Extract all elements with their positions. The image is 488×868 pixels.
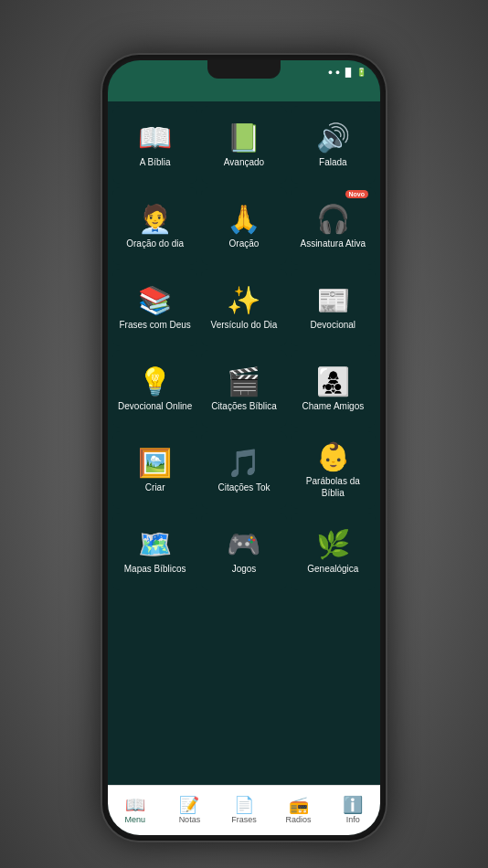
nav-info-icon: ℹ️ [343,797,363,813]
falada-label: Falada [319,156,347,168]
avancado-label: Avançado [224,156,264,168]
oracao-icon: 🙏 [227,206,260,233]
grid-item-genealogica[interactable]: 🌿Genealógica [291,513,376,590]
versiculo-dia-icon: ✨ [227,287,260,314]
bottom-nav: 📖Menu📝Notas📄Frases📻Radiosℹ️Info [108,785,380,835]
oracao-dia-icon: 🧑‍💼 [138,206,172,233]
grid-item-chame-amigos[interactable]: 👩‍👧‍👦Chame Amigos [291,350,376,428]
phone-screen: ● ● ▐▌ 🔋 📖A Bíblia📗Avançado🔊Falada🧑‍💼Ora… [108,60,380,835]
parabolas-icon: 👶 [316,443,350,471]
nav-item-info[interactable]: ℹ️Info [325,786,380,835]
jogos-label: Jogos [232,563,257,575]
genealogica-label: Genealógica [307,563,358,575]
biblia-icon: 📖 [138,124,172,152]
nav-item-notas[interactable]: 📝Notas [163,786,217,835]
mapas-label: Mapas Bíblicos [124,563,186,575]
nav-notas-icon: 📝 [179,797,199,813]
nav-radios-label: Radios [286,815,312,824]
grid-item-biblia[interactable]: 📖A Bíblia [112,106,197,184]
app-header [108,83,380,101]
citacoes-biblica-label: Citações Bíblica [211,400,277,412]
grid-item-oracao-dia[interactable]: 🧑‍💼Oração do dia [112,187,197,265]
grid-item-avancado[interactable]: 📗Avançado [201,106,286,184]
parabolas-label: Parábolas da Bíblia [295,475,371,499]
nav-radios-icon: 📻 [289,797,309,813]
falada-icon: 🔊 [316,124,350,152]
chame-amigos-label: Chame Amigos [302,400,364,412]
avancado-icon: 📗 [227,124,260,152]
phone-notch [207,60,281,79]
chame-amigos-icon: 👩‍👧‍👦 [316,368,350,396]
versiculo-dia-label: Versículo do Dia [211,319,278,331]
grid-item-jogos[interactable]: 🎮Jogos [201,513,286,590]
biblia-label: A Bíblia [140,156,171,168]
devocional-label: Devocional [311,319,355,331]
grid-item-falada[interactable]: 🔊Falada [291,106,376,184]
nav-notas-label: Notas [179,815,201,824]
nav-frases-icon: 📄 [234,797,254,813]
grid-item-oracao[interactable]: 🙏Oração [201,187,286,265]
grid-item-citacoes-tok[interactable]: 🎵Citações Tok [201,431,286,509]
grid-item-frases-deus[interactable]: 📚Frases com Deus [112,269,197,346]
jogos-icon: 🎮 [227,531,260,558]
devocional-online-label: Devocional Online [118,400,192,412]
citacoes-biblica-icon: 🎬 [227,368,260,396]
grid-item-devocional[interactable]: 📰Devocional [291,269,376,346]
oracao-dia-label: Oração do dia [126,238,184,249]
grid-item-devocional-online[interactable]: 💡Devocional Online [112,350,197,428]
grid-item-criar[interactable]: 🖼️Criar [112,431,197,509]
citacoes-tok-label: Citações Tok [217,482,270,493]
phone-frame: ● ● ▐▌ 🔋 📖A Bíblia📗Avançado🔊Falada🧑‍💼Ora… [102,55,386,841]
grid-item-assinatura[interactable]: Novo🎧Assinatura Ativa [291,187,376,265]
frases-deus-label: Frases com Deus [119,319,190,331]
nav-menu-icon: 📖 [125,797,145,813]
criar-label: Criar [145,482,165,493]
nav-item-menu[interactable]: 📖Menu [108,786,163,835]
assinatura-icon: 🎧 [316,206,350,233]
devocional-icon: 📰 [316,287,350,314]
nav-menu-label: Menu [125,815,146,824]
oracao-label: Oração [229,238,260,249]
grid-item-versiculo-dia[interactable]: ✨Versículo do Dia [201,269,286,346]
frases-deus-icon: 📚 [138,287,172,314]
grid-item-mapas[interactable]: 🗺️Mapas Bíblicos [112,513,197,590]
mapas-icon: 🗺️ [138,531,172,558]
nav-info-label: Info [346,815,360,824]
devocional-online-icon: 💡 [138,368,172,396]
criar-icon: 🖼️ [138,450,172,477]
nav-item-frases[interactable]: 📄Frases [217,786,271,835]
nav-item-radios[interactable]: 📻Radios [271,786,326,835]
grid-item-citacoes-biblica[interactable]: 🎬Citações Bíblica [201,350,286,428]
grid-content: 📖A Bíblia📗Avançado🔊Falada🧑‍💼Oração do di… [108,101,380,763]
assinatura-label: Assinatura Ativa [300,238,366,249]
app-grid: 📖A Bíblia📗Avançado🔊Falada🧑‍💼Oração do di… [112,106,376,590]
genealogica-icon: 🌿 [316,531,350,558]
badge-novo: Novo [345,190,369,198]
grid-item-parabolas[interactable]: 👶Parábolas da Bíblia [291,431,376,509]
nav-frases-label: Frases [231,815,257,824]
citacoes-tok-icon: 🎵 [227,450,260,477]
